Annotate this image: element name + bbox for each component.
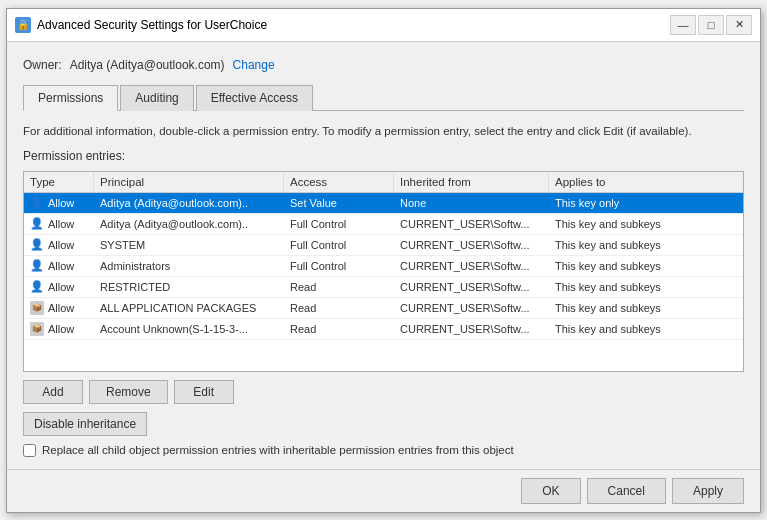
maximize-button[interactable]: □ [698, 15, 724, 35]
close-button[interactable]: ✕ [726, 15, 752, 35]
main-window: 🔒 Advanced Security Settings for UserCho… [6, 8, 761, 513]
window-title: Advanced Security Settings for UserChoic… [37, 18, 267, 32]
cell-type: 👤Allow [24, 277, 94, 297]
user-icon: 👤 [30, 196, 44, 210]
col-type: Type [24, 172, 94, 192]
table-header: Type Principal Access Inherited from App… [24, 172, 743, 193]
replace-checkbox[interactable] [23, 444, 36, 457]
cell-type: 👤Allow [24, 235, 94, 255]
tab-auditing[interactable]: Auditing [120, 85, 193, 111]
owner-row: Owner: Aditya (Aditya@outlook.com) Chang… [23, 54, 744, 76]
action-buttons: Add Remove Edit [23, 380, 744, 404]
owner-label: Owner: [23, 58, 62, 72]
user-icon: 👤 [30, 238, 44, 252]
replace-checkbox-label: Replace all child object permission entr… [42, 444, 514, 456]
cell-access: Full Control [284, 236, 394, 254]
col-inherited: Inherited from [394, 172, 549, 192]
cell-principal: Aditya (Aditya@outlook.com).. [94, 215, 284, 233]
title-controls: — □ ✕ [670, 15, 752, 35]
change-link[interactable]: Change [233, 58, 275, 72]
add-button[interactable]: Add [23, 380, 83, 404]
table-body: 👤Allow Aditya (Aditya@outlook.com).. Set… [24, 193, 743, 340]
table-row[interactable]: 👤Allow Administrators Full Control CURRE… [24, 256, 743, 277]
cell-inherited: None [394, 194, 549, 212]
cell-principal: RESTRICTED [94, 278, 284, 296]
table-row[interactable]: 👤Allow SYSTEM Full Control CURRENT_USER\… [24, 235, 743, 256]
owner-value: Aditya (Aditya@outlook.com) [70, 58, 225, 72]
cell-inherited: CURRENT_USER\Softw... [394, 320, 549, 338]
cell-principal: ALL APPLICATION PACKAGES [94, 299, 284, 317]
cell-applies: This key and subkeys [549, 320, 689, 338]
cancel-button[interactable]: Cancel [587, 478, 666, 504]
disable-inheritance-button[interactable]: Disable inheritance [23, 412, 147, 436]
cell-principal: SYSTEM [94, 236, 284, 254]
permissions-table: Type Principal Access Inherited from App… [23, 171, 744, 372]
cell-access: Read [284, 278, 394, 296]
table-row[interactable]: 👤Allow Aditya (Aditya@outlook.com).. Ful… [24, 214, 743, 235]
table-row[interactable]: 📦Allow Account Unknown(S-1-15-3-... Read… [24, 319, 743, 340]
inheritance-row: Disable inheritance [23, 412, 744, 436]
tabs-container: Permissions Auditing Effective Access [23, 84, 744, 111]
table-row[interactable]: 👤Allow Aditya (Aditya@outlook.com).. Set… [24, 193, 743, 214]
cell-inherited: CURRENT_USER\Softw... [394, 257, 549, 275]
cell-access: Read [284, 320, 394, 338]
section-label: Permission entries: [23, 149, 744, 163]
user-icon: 👤 [30, 217, 44, 231]
cell-applies: This key and subkeys [549, 236, 689, 254]
tab-effective-access[interactable]: Effective Access [196, 85, 313, 111]
cell-principal: Account Unknown(S-1-15-3-... [94, 320, 284, 338]
apply-button[interactable]: Apply [672, 478, 744, 504]
cell-access: Full Control [284, 215, 394, 233]
cell-inherited: CURRENT_USER\Softw... [394, 278, 549, 296]
cell-access: Full Control [284, 257, 394, 275]
cell-type: 👤Allow [24, 193, 94, 213]
tab-permissions[interactable]: Permissions [23, 85, 118, 111]
user-icon: 👤 [30, 280, 44, 294]
info-text: For additional information, double-click… [23, 123, 744, 139]
cell-inherited: CURRENT_USER\Softw... [394, 236, 549, 254]
col-principal: Principal [94, 172, 284, 192]
window-icon: 🔒 [15, 17, 31, 33]
table-row[interactable]: 📦Allow ALL APPLICATION PACKAGES Read CUR… [24, 298, 743, 319]
user-icon: 👤 [30, 259, 44, 273]
package-icon: 📦 [30, 301, 44, 315]
cell-access: Read [284, 299, 394, 317]
cell-applies: This key only [549, 194, 689, 212]
cell-applies: This key and subkeys [549, 257, 689, 275]
cell-principal: Administrators [94, 257, 284, 275]
dialog-footer: OK Cancel Apply [7, 469, 760, 512]
col-access: Access [284, 172, 394, 192]
ok-button[interactable]: OK [521, 478, 580, 504]
cell-applies: This key and subkeys [549, 299, 689, 317]
col-applies: Applies to [549, 172, 689, 192]
cell-type: 📦Allow [24, 298, 94, 318]
title-bar: 🔒 Advanced Security Settings for UserCho… [7, 9, 760, 42]
cell-type: 👤Allow [24, 214, 94, 234]
title-bar-left: 🔒 Advanced Security Settings for UserCho… [15, 17, 267, 33]
package-icon: 📦 [30, 322, 44, 336]
table-row[interactable]: 👤Allow RESTRICTED Read CURRENT_USER\Soft… [24, 277, 743, 298]
cell-access: Set Value [284, 194, 394, 212]
cell-applies: This key and subkeys [549, 278, 689, 296]
cell-applies: This key and subkeys [549, 215, 689, 233]
edit-button[interactable]: Edit [174, 380, 234, 404]
minimize-button[interactable]: — [670, 15, 696, 35]
window-body: Owner: Aditya (Aditya@outlook.com) Chang… [7, 42, 760, 469]
cell-inherited: CURRENT_USER\Softw... [394, 299, 549, 317]
cell-principal: Aditya (Aditya@outlook.com).. [94, 194, 284, 212]
cell-inherited: CURRENT_USER\Softw... [394, 215, 549, 233]
cell-type: 👤Allow [24, 256, 94, 276]
remove-button[interactable]: Remove [89, 380, 168, 404]
cell-type: 📦Allow [24, 319, 94, 339]
replace-checkbox-row: Replace all child object permission entr… [23, 444, 744, 457]
